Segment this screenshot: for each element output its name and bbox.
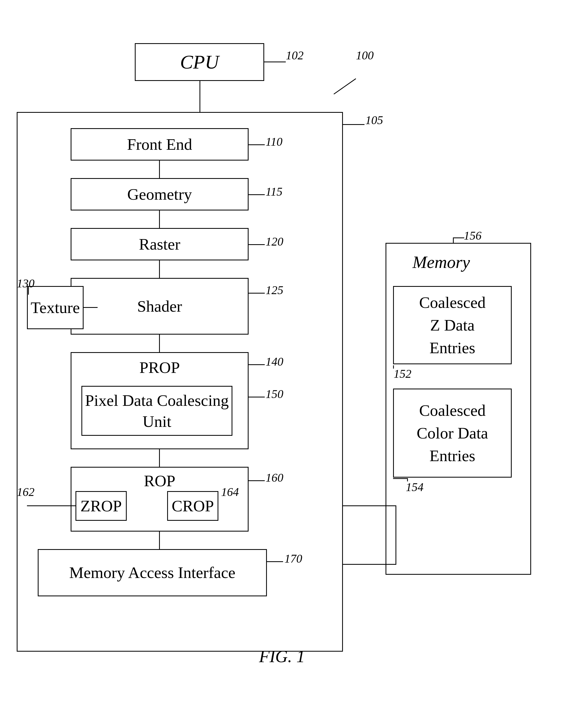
texture-block: Texture [27,286,84,329]
ref-line-156v [453,237,454,243]
zrop-label: ZROP [80,497,122,515]
ref-line-150 [249,397,265,397]
ref-line-140 [249,364,265,365]
geometry-label: Geometry [127,185,192,204]
ref-line-154h [393,478,408,479]
ref-130: 130 [17,277,35,290]
cpu-label: CPU [180,51,219,73]
front-end-block: Front End [71,128,249,161]
ref-152: 152 [394,367,411,381]
ref-line-105 [343,124,364,125]
texture-label: Texture [31,298,80,317]
rop-label: ROP [144,472,176,490]
ref-line-130v [28,287,29,295]
ref-line-125 [249,293,265,294]
conn-v-memory [395,505,396,565]
ref-105: 105 [365,113,383,127]
raster-block: Raster [71,228,249,260]
conn-prop-rop [159,449,160,467]
cpu-block: CPU [135,43,264,81]
ref-line-162h [27,505,76,506]
raster-label: Raster [139,235,180,254]
ref-162: 162 [17,485,35,499]
ref-170: 170 [284,552,302,566]
mai-block: Memory Access Interface [38,549,267,596]
crop-block: CROP [167,491,219,521]
conn-shader-prop [159,335,160,352]
conn-geo-raster [159,210,160,228]
pdcu-label: Pixel Data CoalescingUnit [85,390,229,432]
ref-line-115 [249,194,265,195]
ref-154: 154 [406,480,423,494]
ref-line-170 [267,561,283,562]
diagram: CPU 102 100 105 Front End 110 Geometry 1… [0,22,564,696]
ref-102: 102 [286,49,303,62]
ref-120: 120 [266,235,283,249]
conn-rop-mai [159,532,160,549]
ref-110: 110 [266,135,282,149]
ref-line-120 [249,244,265,245]
connector-cpu-gpu [200,81,200,112]
ref-125: 125 [266,283,283,297]
czde-block: CoalescedZ DataEntries [393,286,512,364]
ref-line-102 [264,62,286,62]
conn-texture-shader [84,307,98,308]
ref-line-100 [333,78,356,94]
memory-title: Memory [412,252,470,272]
ref-line-156h [453,237,464,238]
shader-label: Shader [137,297,182,316]
crop-label: CROP [172,497,214,515]
ref-160: 160 [266,471,283,485]
ccde-block: CoalescedColor DataEntries [393,389,512,478]
zrop-block: ZROP [76,491,127,521]
figure-label: FIG. 1 [259,647,305,666]
ref-150: 150 [266,387,283,401]
ccde-label: CoalescedColor DataEntries [417,399,488,467]
conn-fe-geo [159,161,160,178]
ref-115: 115 [266,185,282,199]
conn-raster-shader [159,260,160,278]
front-end-label: Front End [127,135,192,154]
conn-crop-memory [342,505,396,506]
ref-line-160 [249,480,265,481]
shader-block: Shader [71,278,249,335]
geometry-block: Geometry [71,178,249,210]
ref-100: 100 [356,49,374,62]
prop-label: PROP [139,358,180,377]
ref-164: 164 [221,485,239,499]
ref-line-110 [249,144,265,145]
ref-line-152 [393,365,394,369]
ref-156: 156 [464,229,481,243]
conn-mai-memory [342,564,396,565]
czde-label: CoalescedZ DataEntries [419,291,486,359]
pdcu-block: Pixel Data CoalescingUnit [81,386,233,436]
ref-140: 140 [266,355,283,369]
mai-label: Memory Access Interface [69,563,235,582]
